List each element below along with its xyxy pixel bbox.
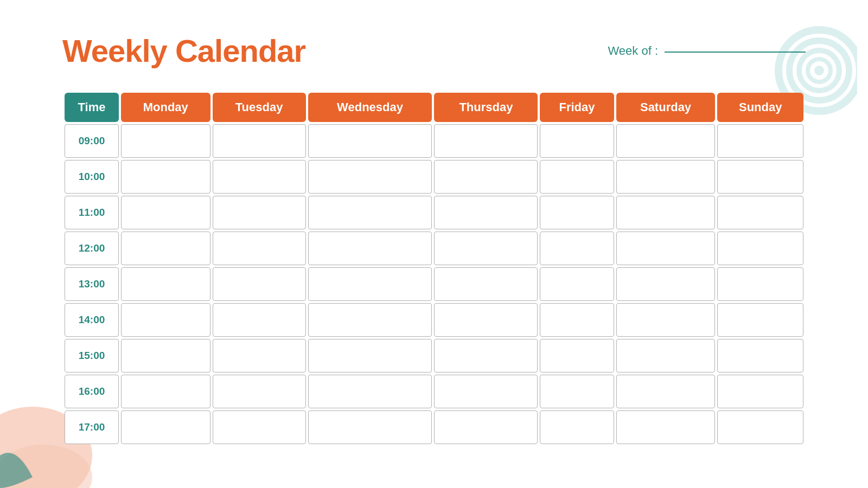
cell-13-00-saturday[interactable] bbox=[616, 267, 716, 301]
cell-17-00-sunday[interactable] bbox=[717, 410, 803, 444]
table-row: 11:00 bbox=[65, 196, 803, 229]
cell-17-00-saturday[interactable] bbox=[616, 410, 716, 444]
cell-14-00-tuesday[interactable] bbox=[213, 303, 306, 337]
cell-13-00-friday[interactable] bbox=[540, 267, 614, 301]
cell-14-00-monday[interactable] bbox=[121, 303, 210, 337]
cell-15-00-wednesday[interactable] bbox=[308, 339, 432, 373]
col-header-monday: Monday bbox=[121, 93, 210, 122]
cell-09-00-wednesday[interactable] bbox=[308, 124, 432, 158]
week-of-label: Week of : bbox=[608, 44, 658, 58]
cell-12-00-friday[interactable] bbox=[540, 232, 614, 265]
cell-15-00-tuesday[interactable] bbox=[213, 339, 306, 373]
cell-10-00-friday[interactable] bbox=[540, 160, 614, 194]
cell-16-00-wednesday[interactable] bbox=[308, 375, 432, 408]
cell-12-00-tuesday[interactable] bbox=[213, 232, 306, 265]
cell-11-00-friday[interactable] bbox=[540, 196, 614, 229]
cell-12-00-saturday[interactable] bbox=[616, 232, 716, 265]
week-of-section: Week of : bbox=[608, 44, 806, 58]
cell-14-00-friday[interactable] bbox=[540, 303, 614, 337]
cell-09-00-friday[interactable] bbox=[540, 124, 614, 158]
table-row: 14:00 bbox=[65, 303, 803, 337]
cell-09-00-monday[interactable] bbox=[121, 124, 210, 158]
cell-10-00-thursday[interactable] bbox=[434, 160, 538, 194]
cell-16-00-tuesday[interactable] bbox=[213, 375, 306, 408]
cell-16-00-friday[interactable] bbox=[540, 375, 614, 408]
table-row: 17:00 bbox=[65, 410, 803, 444]
cell-17-00-monday[interactable] bbox=[121, 410, 210, 444]
cell-14-00-thursday[interactable] bbox=[434, 303, 538, 337]
header: Weekly Calendar Week of : bbox=[62, 33, 806, 69]
cell-16-00-thursday[interactable] bbox=[434, 375, 538, 408]
cell-12-00-wednesday[interactable] bbox=[308, 232, 432, 265]
time-cell-2: 11:00 bbox=[65, 196, 119, 229]
col-header-saturday: Saturday bbox=[616, 93, 716, 122]
cell-11-00-saturday[interactable] bbox=[616, 196, 716, 229]
cell-12-00-monday[interactable] bbox=[121, 232, 210, 265]
cell-13-00-sunday[interactable] bbox=[717, 267, 803, 301]
time-cell-4: 13:00 bbox=[65, 267, 119, 301]
table-row: 12:00 bbox=[65, 232, 803, 265]
table-row: 16:00 bbox=[65, 375, 803, 408]
cell-17-00-tuesday[interactable] bbox=[213, 410, 306, 444]
calendar-table: Time Monday Tuesday Wednesday Thursday F… bbox=[62, 91, 806, 446]
table-row: 10:00 bbox=[65, 160, 803, 194]
cell-16-00-saturday[interactable] bbox=[616, 375, 716, 408]
cell-13-00-tuesday[interactable] bbox=[213, 267, 306, 301]
cell-11-00-wednesday[interactable] bbox=[308, 196, 432, 229]
cell-17-00-friday[interactable] bbox=[540, 410, 614, 444]
cell-12-00-thursday[interactable] bbox=[434, 232, 538, 265]
cell-15-00-sunday[interactable] bbox=[717, 339, 803, 373]
cell-10-00-wednesday[interactable] bbox=[308, 160, 432, 194]
cell-11-00-tuesday[interactable] bbox=[213, 196, 306, 229]
page-title: Weekly Calendar bbox=[62, 33, 305, 69]
cell-10-00-saturday[interactable] bbox=[616, 160, 716, 194]
col-header-thursday: Thursday bbox=[434, 93, 538, 122]
cell-16-00-sunday[interactable] bbox=[717, 375, 803, 408]
cell-09-00-sunday[interactable] bbox=[717, 124, 803, 158]
time-cell-5: 14:00 bbox=[65, 303, 119, 337]
main-content: Weekly Calendar Week of : Time Monday Tu… bbox=[0, 0, 868, 468]
cell-10-00-tuesday[interactable] bbox=[213, 160, 306, 194]
cell-09-00-thursday[interactable] bbox=[434, 124, 538, 158]
cell-09-00-saturday[interactable] bbox=[616, 124, 716, 158]
cell-11-00-sunday[interactable] bbox=[717, 196, 803, 229]
time-cell-3: 12:00 bbox=[65, 232, 119, 265]
cell-15-00-friday[interactable] bbox=[540, 339, 614, 373]
cell-13-00-wednesday[interactable] bbox=[308, 267, 432, 301]
cell-15-00-monday[interactable] bbox=[121, 339, 210, 373]
calendar-body: 09:0010:0011:0012:0013:0014:0015:0016:00… bbox=[65, 124, 803, 444]
cell-11-00-monday[interactable] bbox=[121, 196, 210, 229]
table-row: 15:00 bbox=[65, 339, 803, 373]
cell-10-00-monday[interactable] bbox=[121, 160, 210, 194]
time-cell-7: 16:00 bbox=[65, 375, 119, 408]
cell-16-00-monday[interactable] bbox=[121, 375, 210, 408]
cell-14-00-sunday[interactable] bbox=[717, 303, 803, 337]
cell-14-00-wednesday[interactable] bbox=[308, 303, 432, 337]
cell-15-00-thursday[interactable] bbox=[434, 339, 538, 373]
cell-11-00-thursday[interactable] bbox=[434, 196, 538, 229]
col-header-tuesday: Tuesday bbox=[213, 93, 306, 122]
time-cell-0: 09:00 bbox=[65, 124, 119, 158]
time-cell-1: 10:00 bbox=[65, 160, 119, 194]
col-header-wednesday: Wednesday bbox=[308, 93, 432, 122]
table-row: 13:00 bbox=[65, 267, 803, 301]
header-row: Time Monday Tuesday Wednesday Thursday F… bbox=[65, 93, 803, 122]
cell-14-00-saturday[interactable] bbox=[616, 303, 716, 337]
cell-17-00-thursday[interactable] bbox=[434, 410, 538, 444]
cell-09-00-tuesday[interactable] bbox=[213, 124, 306, 158]
cell-13-00-monday[interactable] bbox=[121, 267, 210, 301]
time-cell-8: 17:00 bbox=[65, 410, 119, 444]
col-header-friday: Friday bbox=[540, 93, 614, 122]
cell-17-00-wednesday[interactable] bbox=[308, 410, 432, 444]
table-row: 09:00 bbox=[65, 124, 803, 158]
col-header-sunday: Sunday bbox=[717, 93, 803, 122]
cell-15-00-saturday[interactable] bbox=[616, 339, 716, 373]
cell-13-00-thursday[interactable] bbox=[434, 267, 538, 301]
cell-10-00-sunday[interactable] bbox=[717, 160, 803, 194]
time-cell-6: 15:00 bbox=[65, 339, 119, 373]
week-of-line bbox=[665, 52, 806, 53]
cell-12-00-sunday[interactable] bbox=[717, 232, 803, 265]
col-header-time: Time bbox=[65, 93, 119, 122]
